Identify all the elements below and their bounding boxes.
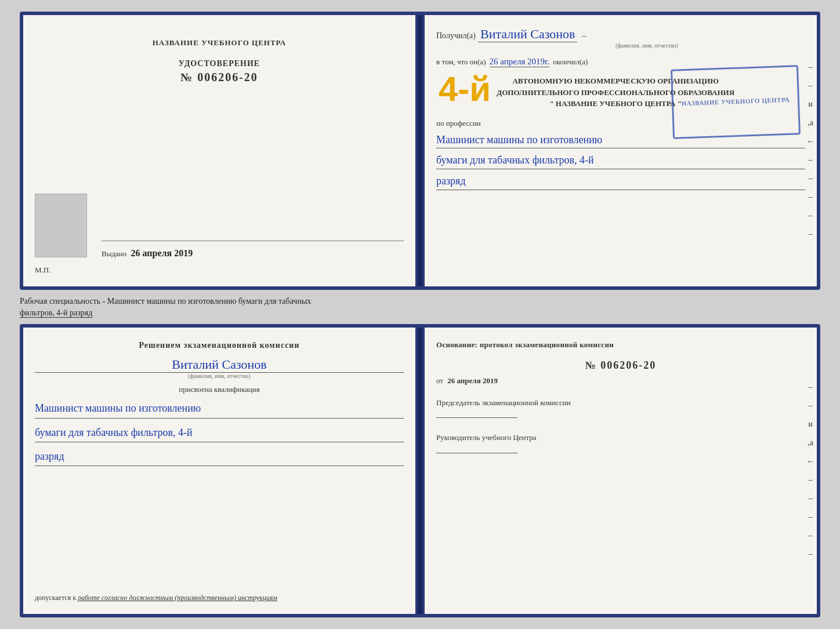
edge-mark-4: ,а bbox=[808, 118, 813, 128]
predsedatel-signature-line bbox=[436, 417, 517, 418]
signature-area-top bbox=[102, 241, 404, 241]
specialty-underline: фильтров, 4-й разряд bbox=[20, 308, 92, 318]
osnovanie-text: Основание: протокол экзаменационной коми… bbox=[436, 339, 805, 351]
certificate-book-top: НАЗВАНИЕ УЧЕБНОГО ЦЕНТРА УДОСТОВЕРЕНИЕ №… bbox=[20, 12, 820, 290]
ot-line: от 26 апреля 2019 bbox=[436, 376, 805, 386]
big-number: 4-й bbox=[439, 72, 491, 107]
bottom-name: Виталий Сазонов bbox=[35, 357, 404, 373]
edge-mark-5: ← bbox=[806, 137, 814, 146]
bottom-right-page: – – и ,а ← – – – – – Основание: протокол… bbox=[425, 328, 817, 614]
dopuskaetsya-prefix: допускается к bbox=[35, 594, 76, 602]
specialty-text-main: Рабочая специальность - Машинист машины … bbox=[20, 297, 311, 306]
cert-number: № 006206-20 bbox=[179, 71, 260, 84]
left-page-top: НАЗВАНИЕ УЧЕБНОГО ЦЕНТРА УДОСТОВЕРЕНИЕ №… bbox=[23, 15, 415, 286]
edge-mark-6: – bbox=[809, 155, 813, 165]
left-bottom-row: Выдано 26 апреля 2019 bbox=[35, 194, 404, 263]
certificate-book-bottom: Решением экзаменационной комиссии Витали… bbox=[20, 324, 820, 617]
bottom-right-edge-marks: – – и ,а ← – – – – – bbox=[804, 328, 817, 614]
qual-line3: разряд bbox=[35, 447, 404, 466]
qual-line2: бумаги для табачных фильтров, 4-й bbox=[35, 423, 404, 442]
edge-mark-10: – bbox=[809, 230, 813, 239]
vydano-date: 26 апреля 2019 bbox=[131, 248, 193, 258]
profession-line3: разряд bbox=[436, 173, 805, 190]
prisvoena-label: присвоена квалификация bbox=[35, 385, 404, 394]
ot-prefix: от bbox=[436, 376, 443, 385]
v-tom-line: в том, что он(а) 26 апреля 2019г. окончи… bbox=[436, 57, 805, 67]
fio-sublabel-bottom: (фамилия, имя, отчество) bbox=[35, 373, 404, 379]
rukovoditel-signature-line bbox=[436, 453, 517, 453]
recipient-name: Виталий Сазонов bbox=[478, 27, 577, 42]
bottom-left-page: Решением экзаменационной комиссии Витали… bbox=[23, 328, 415, 614]
edge-mark-8: – bbox=[809, 192, 813, 202]
stamp: НАЗВАНИЕ УЧЕБНОГО ЦЕНТРА bbox=[671, 65, 801, 139]
v-tom-prefix: в том, что он(а) bbox=[436, 57, 486, 67]
poluchil-line: Получил(а) Виталий Сазонов – bbox=[436, 27, 805, 42]
stamp-text: НАЗВАНИЕ УЧЕБНОГО ЦЕНТРА bbox=[681, 96, 790, 108]
resheniem-text: Решением экзаменационной комиссии bbox=[35, 339, 404, 351]
book-spine-bottom bbox=[418, 328, 422, 614]
edge-mark-9: – bbox=[809, 211, 813, 220]
qual-line1: Машинист машины по изготовлению bbox=[35, 399, 404, 418]
right-edge-marks: – – и ,а ← – – – – – bbox=[804, 15, 817, 286]
edge-mark-1: – bbox=[809, 63, 813, 72]
edge-mark-7: – bbox=[809, 174, 813, 183]
poluchil-prefix: Получил(а) bbox=[436, 31, 476, 41]
vydano-line: Выдано 26 апреля 2019 bbox=[102, 248, 404, 259]
vydano-area: Выдано 26 апреля 2019 bbox=[96, 241, 404, 263]
profession-line2: бумаги для табачных фильтров, 4-й bbox=[436, 152, 805, 169]
left-bottom-area: Выдано 26 апреля 2019 М.П. bbox=[35, 194, 404, 275]
date-handwritten: 26 апреля 2019г. bbox=[490, 57, 550, 67]
edge-mark-3: и bbox=[808, 100, 813, 109]
dopuskaetsya-text: работе согласно должностным (производств… bbox=[78, 594, 277, 602]
photo-placeholder bbox=[35, 194, 87, 257]
page-wrapper: НАЗВАНИЕ УЧЕБНОГО ЦЕНТРА УДОСТОВЕРЕНИЕ №… bbox=[0, 0, 840, 629]
okonchil-label: окончил(а) bbox=[553, 57, 588, 67]
protocol-number: № 006206-20 bbox=[436, 359, 805, 372]
dash-after-name: – bbox=[582, 31, 586, 41]
right-page-top: НАЗВАНИЕ УЧЕБНОГО ЦЕНТРА – – и ,а ← – – … bbox=[425, 15, 817, 286]
book-spine-top bbox=[418, 15, 422, 286]
specialty-label: Рабочая специальность - Машинист машины … bbox=[20, 296, 820, 318]
udostoverenie-label: УДОСТОВЕРЕНИЕ bbox=[179, 59, 260, 68]
fio-sublabel-top: (фамилия, имя, отчество) bbox=[488, 42, 805, 49]
mp-label: М.П. bbox=[35, 266, 404, 275]
edge-mark-2: – bbox=[809, 81, 813, 90]
school-name-label: НАЗВАНИЕ УЧЕБНОГО ЦЕНТРА bbox=[153, 38, 287, 48]
dopuskaetsya: допускается к работе согласно должностны… bbox=[35, 594, 404, 602]
cert-middle: УДОСТОВЕРЕНИЕ № 006206-20 bbox=[179, 59, 260, 84]
ot-date: 26 апреля 2019 bbox=[447, 376, 498, 385]
rukovoditel-label: Руководитель учебного Центра bbox=[436, 432, 805, 443]
predsedatel-label: Председатель экзаменационной комиссии bbox=[436, 397, 805, 409]
